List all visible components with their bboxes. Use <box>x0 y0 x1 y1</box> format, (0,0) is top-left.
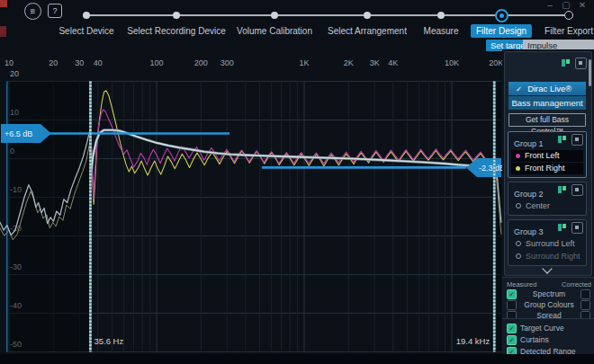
group-name: Group 2 <box>514 190 544 199</box>
step-label-active[interactable]: Filter Design <box>471 24 532 38</box>
step-label[interactable]: Select Device <box>58 26 113 36</box>
x-tick-label: 4K <box>388 58 398 67</box>
step-label[interactable]: Filter Export <box>544 26 593 36</box>
focus-icon[interactable] <box>572 222 583 234</box>
maximize-button[interactable]: ▢ <box>558 0 574 10</box>
chevron-down-icon[interactable] <box>544 265 551 272</box>
group-name: Group 3 <box>514 227 544 236</box>
channel-panel: ✓Dirac Live® Bass management Get full Ba… <box>504 51 592 276</box>
out-of-range-overlay <box>7 82 90 352</box>
step-dot-active <box>495 9 508 22</box>
channel-label: Center <box>526 201 550 210</box>
x-tick-label: 100 <box>149 58 163 67</box>
step-label[interactable]: Select Arrangement <box>328 26 407 36</box>
step-label[interactable]: Volume Calibration <box>237 26 312 36</box>
channel-center[interactable]: Center <box>511 200 583 212</box>
channel-colour-dot <box>516 154 520 158</box>
channel-front-right[interactable]: Front Right <box>511 163 583 174</box>
group-name: Group 1 <box>514 139 544 148</box>
corrected-group-colours-checkbox[interactable] <box>580 300 590 310</box>
bass-management-option[interactable]: Bass management <box>508 96 586 110</box>
channel-surround-left[interactable]: Surround Left <box>511 238 583 250</box>
focus-icon[interactable] <box>572 184 583 196</box>
get-bass-control-button[interactable]: Get full Bass Control™ <box>508 113 586 127</box>
group-colours-icon[interactable] <box>562 58 572 67</box>
channel-colour-dot <box>516 203 521 209</box>
help-icon[interactable]: ? <box>48 4 62 18</box>
step-dot <box>173 12 180 19</box>
target-flag-label: +6.5 dB <box>4 129 32 138</box>
x-tick-label: 3K <box>370 58 380 67</box>
focus-icon[interactable] <box>572 134 583 146</box>
step-dot <box>364 12 371 19</box>
curtain-label: 35.6 Hz <box>94 336 123 346</box>
x-tick-label: 20K <box>489 58 503 67</box>
legend-label: Group Colours <box>518 300 580 310</box>
window-controls: –▢✕ <box>542 0 590 10</box>
x-tick-label: 1K <box>299 58 309 67</box>
bottom-strip <box>0 354 594 364</box>
group-colours-icon[interactable] <box>558 185 568 194</box>
curtains-checkbox[interactable]: ✓ <box>507 335 517 345</box>
display-label: Curtains <box>520 335 580 345</box>
target-flag-label: -2.3 dB <box>479 164 505 173</box>
corrected-header: Corrected <box>562 280 591 289</box>
y-tick-label: 20 <box>10 69 19 78</box>
measured-spectrum-checkbox[interactable]: ✓ <box>507 289 517 299</box>
channel-label: Front Right <box>525 164 565 173</box>
group-3-panel[interactable]: Group 3 Surround Left Surround Right <box>508 219 587 266</box>
x-tick-label: 10 <box>4 58 14 67</box>
step-dot <box>437 12 445 19</box>
step-dot <box>83 12 90 19</box>
x-tick-label: 40 <box>94 58 103 67</box>
measured-group-colours-checkbox[interactable] <box>507 300 517 310</box>
target-curve-checkbox[interactable]: ✓ <box>507 324 517 333</box>
scrollbar[interactable] <box>589 59 591 86</box>
desktop-fragment <box>0 26 6 37</box>
channel-surround-right[interactable]: Surround Right <box>511 251 583 262</box>
corrected-spectrum-checkbox[interactable] <box>580 289 590 299</box>
x-tick-label: 300 <box>220 58 234 67</box>
dirac-live-window: 102030401002003001K2K3K4K10K20K20100-10-… <box>0 0 594 364</box>
x-tick-label: 20 <box>49 58 58 67</box>
close-button[interactable]: ✕ <box>574 0 590 10</box>
x-tick-label: 200 <box>194 58 208 67</box>
channel-label: Front Left <box>525 151 560 160</box>
step-dot <box>271 12 278 19</box>
channel-label: Surround Right <box>526 252 580 261</box>
step-label[interactable]: Measure <box>424 26 459 36</box>
channel-label: Surround Left <box>526 239 575 248</box>
display-label: Target Curve <box>520 324 580 333</box>
menu-icon[interactable]: ≡ <box>24 3 41 20</box>
group-colours-icon[interactable] <box>558 223 568 232</box>
group-colours-icon[interactable] <box>558 135 568 144</box>
step-dot <box>564 11 573 20</box>
x-tick-label: 10K <box>445 58 459 67</box>
dirac-live-option[interactable]: ✓Dirac Live® <box>508 82 586 95</box>
channel-colour-dot <box>516 253 521 259</box>
check-icon: ✓ <box>516 84 522 93</box>
group-1-panel[interactable]: Group 1 Front Left Front Right <box>508 131 587 178</box>
legend-label: Spectrum <box>518 289 580 299</box>
channel-front-left[interactable]: Front Left <box>511 150 583 162</box>
x-tick-label: 2K <box>344 58 354 67</box>
x-tick-label: 30 <box>75 58 84 67</box>
measured-header: Measured <box>507 280 536 289</box>
channel-colour-dot <box>516 241 521 246</box>
curtain-label: 19.4 kHz <box>456 336 490 346</box>
group-2-panel[interactable]: Group 2 Center <box>508 182 587 216</box>
spectrum-legend-panel: Measured Corrected ✓ Spectrum Group Colo… <box>502 277 594 318</box>
step-label[interactable]: Select Recording Device <box>127 26 226 36</box>
focus-icon[interactable] <box>575 58 587 69</box>
minimize-button[interactable]: – <box>542 0 558 10</box>
channel-colour-dot <box>516 166 520 171</box>
desktop-fragment <box>0 0 7 7</box>
sidebar: ✓Dirac Live® Bass management Get full Ba… <box>502 49 594 364</box>
dirac-live-label: Dirac Live® <box>527 84 572 93</box>
